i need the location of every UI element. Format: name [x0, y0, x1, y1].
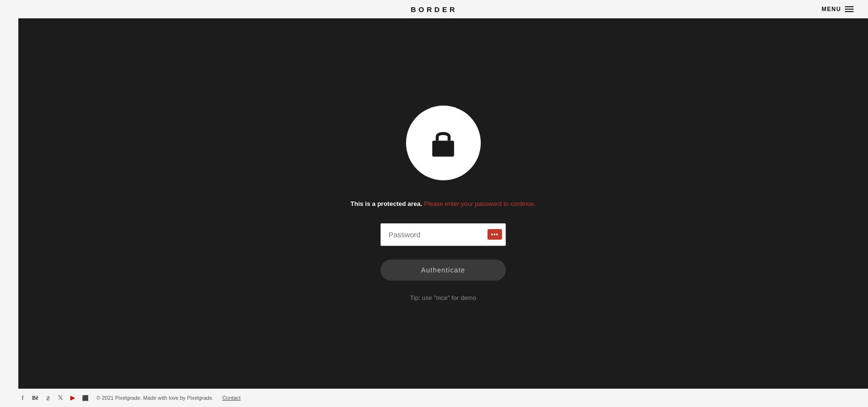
main-content: This is a protected area. Please enter y…: [18, 18, 868, 389]
protected-regular-text: Please enter your password to continue.: [422, 200, 536, 207]
password-toggle-button[interactable]: •••: [488, 229, 502, 240]
twitter-icon[interactable]: 𝕏: [56, 393, 65, 402]
protected-message: This is a protected area. Please enter y…: [351, 199, 536, 209]
left-strip: [0, 18, 18, 389]
footer-contact-link[interactable]: Contact: [222, 395, 241, 401]
footer: f Bē ƨ 𝕏 ▶ ⬛ © 2021 Pixelgrade. Made wit…: [0, 389, 868, 407]
hamburger-icon: [845, 6, 854, 12]
auth-container: This is a protected area. Please enter y…: [351, 106, 536, 301]
footer-copyright: © 2021 Pixelgrade. Made with love by Pix…: [96, 395, 214, 401]
header: BORDER MENU: [0, 0, 868, 18]
vimeo-icon[interactable]: ⬛: [81, 393, 90, 402]
behance-icon[interactable]: Bē: [31, 393, 40, 402]
menu-button[interactable]: MENU: [822, 6, 854, 13]
footer-social-icons: f Bē ƨ 𝕏 ▶ ⬛: [18, 393, 90, 402]
tip-text: Tip: use "nice" for demo: [410, 294, 476, 301]
svg-rect-0: [432, 141, 454, 157]
lock-circle: [406, 106, 481, 180]
lock-icon: [426, 126, 461, 161]
dots-icon: •••: [491, 231, 499, 238]
stumbleupon-icon[interactable]: ƨ: [43, 393, 52, 402]
password-input[interactable]: [380, 223, 506, 246]
site-logo[interactable]: BORDER: [411, 5, 458, 14]
protected-bold-text: This is a protected area.: [351, 200, 422, 207]
menu-label: MENU: [822, 6, 841, 13]
youtube-icon[interactable]: ▶: [68, 393, 77, 402]
password-wrapper: •••: [380, 223, 506, 246]
facebook-icon[interactable]: f: [18, 393, 27, 402]
authenticate-button[interactable]: Authenticate: [380, 259, 506, 281]
